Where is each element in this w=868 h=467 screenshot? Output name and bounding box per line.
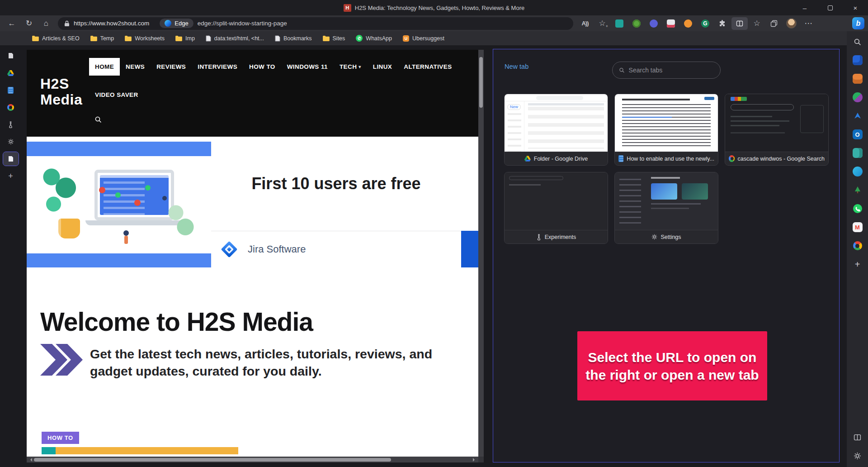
restore-button[interactable] [817,0,843,15]
tab-card-experiments[interactable]: Experiments [504,172,608,244]
minimize-button[interactable]: – [792,0,817,15]
sidebar-add-button[interactable]: + [852,258,863,270]
favorites-hub-button[interactable]: ☆ [749,17,765,30]
ad-banner[interactable]: First 10 users are free Jira Software [27,142,484,267]
profile-button[interactable] [783,17,799,30]
scrollbar-thumb[interactable] [479,57,483,108]
tab-button-settings[interactable] [3,135,19,148]
tab-thumbnail[interactable]: New [505,94,608,152]
tab-thumbnail[interactable] [615,172,718,230]
nav-item-home[interactable]: HOME [89,58,120,76]
settings-menu-button[interactable]: ⋯ [800,17,816,30]
extension-icon [684,19,692,28]
sidebar-outlook-button[interactable]: O [852,129,863,140]
ad-brand-row[interactable]: Jira Software [219,231,306,267]
split-page-url[interactable]: edge://split-window-starting-page [198,20,287,27]
edge-split-chip[interactable]: Edge [160,19,193,28]
tab-button-google-search[interactable] [3,100,19,114]
scroll-right-arrow[interactable] [473,458,476,462]
search-tabs-box[interactable] [612,62,721,79]
category-badge[interactable]: HOW TO [42,432,79,444]
tab-caption[interactable]: How to enable and use the newly... [615,152,718,165]
add-favorite-button[interactable]: ☆ + [594,17,610,30]
sidebar-gmail-button[interactable]: M [852,221,863,233]
nav-item-linux[interactable]: LINUX [367,58,398,76]
sidebar-tree-button[interactable] [852,184,863,196]
new-tab-strip-button[interactable]: + [3,169,19,183]
nav-item-tech[interactable]: TECH▾ [334,58,367,76]
tab-card-settings[interactable]: Settings [614,172,718,244]
sidebar-designer-button[interactable] [852,147,863,159]
read-aloud-button[interactable]: A)) [577,17,593,30]
copilot-bing-button[interactable]: b [852,17,864,29]
extensions-menu-button[interactable] [714,17,731,30]
favorite-item[interactable]: Articles & SEO [28,33,84,43]
nav-item-news[interactable]: NEWS [120,58,151,76]
nav-item-interviews[interactable]: INTERVIEWS [192,58,243,76]
tab-button-experiments[interactable] [3,118,19,131]
extension-grammarly-button[interactable]: G [697,17,713,30]
tab-button-document[interactable] [3,83,19,97]
tab-caption[interactable]: Experiments [505,230,608,243]
current-url[interactable]: https://www.how2shout.com [74,20,149,27]
ad-headline[interactable]: First 10 users are free [211,174,461,193]
favorite-item[interactable]: Worksheets [121,33,169,43]
sidebar-games-button[interactable] [852,91,863,103]
favorite-item[interactable]: Sites [319,33,349,43]
tab-caption[interactable]: cascade windwos - Google Search [725,152,828,165]
tab-card-google-drive[interactable]: New Folder - Google Drive [504,94,608,166]
horizontal-scrollbar[interactable] [27,457,478,462]
sidebar-microsoft365-button[interactable] [852,110,863,122]
sidebar-search-button[interactable] [852,36,863,48]
favorite-item[interactable]: Bookmarks [271,33,316,43]
address-bar[interactable]: https://www.how2shout.com Edge edge://sp… [58,17,573,30]
tab-button[interactable] [3,49,19,62]
site-logo[interactable]: H2S Media [40,76,82,107]
sidebar-google-button[interactable] [852,240,863,252]
tab-caption[interactable]: Settings [615,230,718,243]
tab-caption[interactable]: Folder - Google Drive [505,152,608,165]
gear-icon [8,138,14,145]
extension-hp-button[interactable] [611,17,627,30]
favorite-item[interactable]: Temp [86,33,118,43]
refresh-button[interactable]: ↻ [21,17,37,30]
tab-card-document[interactable]: How to enable and use the newly... [614,94,718,166]
nav-item-alternatives[interactable]: ALTERNATIVES [398,58,458,76]
extension-adguard-button[interactable] [628,17,645,30]
sidebar-shopping-button[interactable] [852,54,863,66]
site-search-button[interactable] [94,116,102,123]
favorite-label: Ubersuggest [412,35,444,42]
tab-button-google-drive[interactable] [3,66,19,80]
sidebar-tools-button[interactable] [852,73,863,85]
home-button[interactable]: ⌂ [38,17,54,30]
close-button[interactable]: × [843,0,868,15]
new-tab-button[interactable]: New tab [500,63,528,70]
extension-ubersuggest-button[interactable] [680,17,696,30]
sidebar-split-screen-button[interactable] [852,431,863,443]
collections-button[interactable] [766,17,782,30]
favorite-item[interactable]: data:text/html, <ht... [202,33,268,43]
sidebar-drop-button[interactable] [852,166,863,177]
nav-item-howto[interactable]: HOW TO [243,58,281,76]
favorite-item[interactable]: Imp [171,33,199,43]
tab-thumbnail[interactable] [725,94,828,152]
favorite-item[interactable]: U Ubersuggest [399,33,448,43]
split-screen-button[interactable] [731,17,748,30]
search-tabs-input[interactable] [629,67,714,74]
nav-item-windows11[interactable]: WINDOWS 11 [281,58,334,76]
scroll-left-arrow[interactable] [28,458,32,462]
nav-item-video-saver[interactable]: VIDEO SAVER [89,86,144,104]
favorite-item[interactable]: ✆ WhatsApp [352,33,396,43]
tab-thumbnail[interactable] [505,172,608,230]
sidebar-settings-button[interactable] [852,450,863,462]
scrollbar-thumb[interactable] [34,458,391,462]
tab-card-google-search[interactable]: cascade windwos - Google Search [725,94,829,166]
tab-button-active[interactable] [3,152,19,166]
vertical-scrollbar[interactable] [478,50,484,462]
extension-vpn-button[interactable] [646,17,662,30]
tab-thumbnail[interactable] [615,94,718,152]
sidebar-whatsapp-button[interactable] [852,203,863,214]
extension-pocket-button[interactable] [663,17,679,30]
nav-item-reviews[interactable]: REVIEWS [151,58,192,76]
back-button[interactable]: ← [4,17,20,30]
